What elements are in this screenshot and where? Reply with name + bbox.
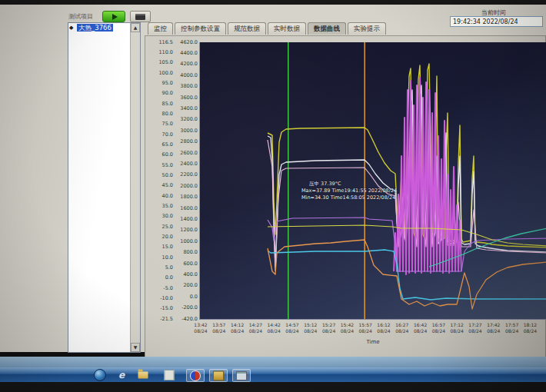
start-button[interactable]	[94, 369, 106, 380]
left-axis-ticks: 116.5110.0105.0100.095.090.085.080.075.0…	[148, 36, 173, 360]
x-tick-14: 17:1208/24	[447, 322, 467, 334]
listbox-scrollbar[interactable]: ▲ ▼	[130, 23, 140, 352]
y-tick-left-2: 105.0	[148, 60, 173, 65]
y-tick-right-2: 4200.0	[175, 61, 198, 67]
plot-area[interactable]: 压中 37.39°CMax=37.89 Time19:41:55 2022/08…	[199, 42, 546, 320]
sidebar-title: 测试项目	[68, 12, 93, 21]
x-tick-12: 16:4208/24	[411, 322, 431, 334]
tab-4[interactable]: 数据曲线	[308, 22, 346, 35]
tab-3[interactable]: 实时数据	[268, 22, 306, 35]
y-tick-left-17: 30.0	[148, 214, 173, 219]
x-tick-5: 14:5708/24	[282, 322, 302, 334]
app-shield-icon	[190, 370, 201, 381]
run-button[interactable]	[102, 11, 125, 22]
y-tick-left-6: 85.0	[148, 101, 173, 107]
x-tick-18: 18:1208/24	[520, 322, 540, 334]
cursor-annotation: 压中 37.39°CMax=37.89 Time19:41:55 2022/08…	[301, 181, 397, 201]
tab-5[interactable]: 实验提示	[348, 22, 386, 35]
y-tick-right-25: -420.0	[175, 317, 198, 322]
x-tick-16: 17:4208/24	[484, 322, 504, 334]
app-window-icon[interactable]	[232, 369, 251, 382]
start-button	[94, 369, 106, 381]
scroll-down-icon[interactable]: ▼	[131, 343, 140, 352]
y-tick-right-9: 2800.0	[175, 139, 198, 145]
app-window-icon	[236, 371, 247, 380]
x-tick-10: 16:1208/24	[374, 322, 394, 334]
y-tick-right-4: 3800.0	[175, 84, 198, 89]
right-axis-ticks: 4620.04400.04200.04000.03800.03600.03400…	[175, 36, 198, 360]
app-gold-icon[interactable]	[209, 369, 228, 382]
x-axis-ticks: 13:4208/2413:5708/2414:1208/2414:2708/24…	[199, 322, 546, 337]
y-tick-right-17: 1200.0	[175, 228, 198, 233]
tab-bar: 监控控制参数设置规范数据实时数据数据曲线实验提示	[148, 22, 388, 35]
y-tick-left-1: 110.0	[148, 50, 173, 55]
y-tick-right-6: 3400.0	[175, 106, 198, 111]
y-tick-right-16: 1400.0	[175, 217, 198, 222]
y-tick-right-14: 1800.0	[175, 194, 198, 200]
annotation-line-0: 压中 37.39°C	[301, 181, 397, 188]
x-tick-11: 16:2708/24	[392, 322, 412, 334]
y-tick-left-14: 45.0	[148, 183, 173, 188]
y-tick-right-5: 3600.0	[175, 95, 198, 101]
x-tick-17: 17:5708/24	[502, 322, 522, 334]
y-tick-left-7: 80.0	[148, 111, 173, 117]
y-tick-right-18: 1000.0	[175, 239, 198, 244]
folder-icon[interactable]	[137, 369, 149, 380]
y-tick-right-13: 2000.0	[175, 184, 198, 189]
y-tick-left-5: 90.0	[148, 91, 173, 96]
y-tick-right-1: 4400.0	[175, 51, 198, 56]
tab-1[interactable]: 控制参数设置	[175, 22, 226, 35]
current-time-value: 19:42:34 2022/08/24	[450, 16, 543, 27]
monitor-bottom-bezel: hp	[0, 382, 546, 392]
scroll-up-icon[interactable]: ▲	[131, 23, 140, 32]
y-tick-left-23: 0.0	[148, 275, 173, 281]
app-shield-icon[interactable]	[186, 369, 205, 382]
y-tick-right-7: 3200.0	[175, 117, 198, 122]
app-window: 当前时间 19:42:34 2022/08/24 测试项目 ◆大热_3766 ▲…	[0, 5, 546, 352]
y-tick-left-22: 5.0	[148, 265, 173, 271]
folder-icon	[138, 371, 148, 378]
y-tick-left-0: 116.5	[148, 40, 173, 45]
y-tick-left-15: 40.0	[148, 194, 173, 199]
item-marker-icon: ◆	[69, 23, 73, 33]
y-tick-left-21: 10.0	[148, 255, 173, 261]
y-tick-left-13: 50.0	[148, 173, 173, 178]
y-tick-left-4: 95.0	[148, 81, 173, 86]
y-tick-right-10: 2600.0	[175, 151, 198, 156]
ie-icon[interactable]: e	[115, 369, 128, 380]
y-tick-left-19: 20.0	[148, 234, 173, 240]
tab-0[interactable]: 监控	[148, 22, 173, 35]
app-tile-icon[interactable]	[163, 369, 175, 380]
y-tick-left-18: 25.0	[148, 224, 173, 230]
tab-2[interactable]: 规范数据	[228, 22, 266, 35]
y-tick-left-24: -5.0	[148, 286, 173, 291]
x-tick-3: 14:2708/24	[245, 322, 265, 334]
y-tick-left-25: -10.0	[148, 296, 173, 301]
y-tick-right-0: 4620.0	[175, 40, 198, 45]
chart-panel: 116.5110.0105.0100.095.090.085.080.075.0…	[145, 35, 546, 361]
snapshot-button[interactable]	[130, 11, 151, 22]
x-tick-4: 14:4208/24	[264, 322, 284, 334]
taskbar: e	[0, 367, 546, 382]
project-listbox[interactable]: ◆大热_3766 ▲ ▼	[68, 22, 141, 353]
y-tick-right-12: 2200.0	[175, 172, 198, 178]
annotation-line-2: Min=34.30 Time14:58:05 2022/08/24	[301, 194, 397, 201]
x-axis-title: Time	[199, 339, 546, 345]
annotation-line-1: Max=37.89 Time19:41:55 2022/08/24	[301, 188, 397, 194]
play-icon	[112, 14, 118, 20]
y-tick-left-16: 35.0	[148, 204, 173, 209]
app-gold-icon	[213, 370, 224, 380]
ie-icon: e	[118, 370, 125, 380]
y-tick-right-3: 4000.0	[175, 73, 198, 78]
x-tick-15: 17:2708/24	[465, 322, 485, 334]
y-tick-right-20: 600.0	[175, 261, 198, 267]
y-tick-left-11: 60.0	[148, 152, 173, 158]
x-tick-7: 15:2708/24	[319, 322, 339, 334]
y-tick-left-26: -15.0	[148, 306, 173, 311]
y-tick-right-8: 3000.0	[175, 128, 198, 134]
app-tile-icon	[165, 370, 175, 380]
y-tick-left-8: 75.0	[148, 121, 173, 127]
y-tick-left-3: 100.0	[148, 71, 173, 76]
y-tick-right-23: 0.0	[175, 294, 198, 300]
y-tick-right-19: 800.0	[175, 250, 198, 255]
